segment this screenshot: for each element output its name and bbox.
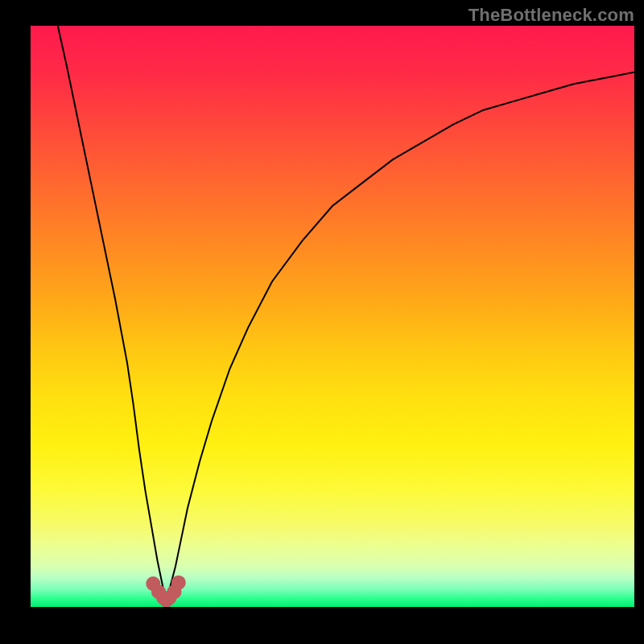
plot-area <box>31 26 634 607</box>
chart-frame: TheBottleneck.com <box>0 0 644 644</box>
bottleneck-curve <box>58 26 634 601</box>
curve-marker <box>171 576 186 590</box>
curve-markers <box>146 576 186 607</box>
chart-svg <box>31 26 634 607</box>
watermark-text: TheBottleneck.com <box>469 5 634 26</box>
